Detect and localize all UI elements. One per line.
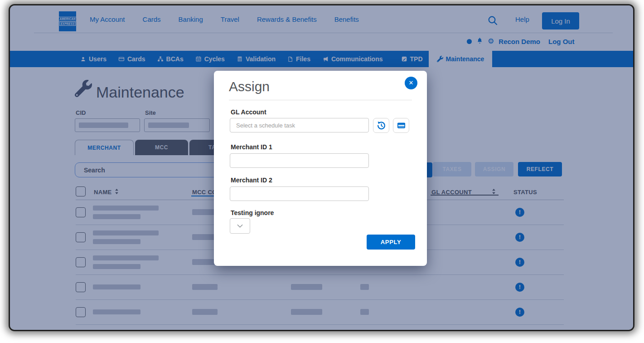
merchant-id-1-label: Merchant ID 1	[231, 143, 272, 151]
merchant-id-2-input[interactable]	[230, 186, 369, 201]
modal-divider	[229, 100, 412, 100]
chevron-down-icon	[237, 224, 243, 228]
assign-modal: Assign ✕ GL Account Merchant ID 1 Mercha…	[214, 71, 427, 266]
credit-card-icon	[397, 121, 406, 130]
gl-account-label: GL Account	[231, 108, 266, 116]
testing-ignore-select[interactable]	[230, 218, 250, 234]
app-window: AMERICAN EXPRESS My Account Cards Bankin…	[10, 5, 633, 330]
gl-account-input[interactable]	[230, 118, 369, 132]
testing-ignore-label: Testing ignore	[231, 209, 274, 216]
card-icon-button[interactable]	[393, 118, 409, 133]
history-icon	[377, 121, 386, 130]
merchant-id-2-label: Merchant ID 2	[231, 176, 272, 184]
apply-button[interactable]: APPLY	[367, 235, 415, 250]
modal-title: Assign	[229, 79, 270, 94]
merchant-id-1-input[interactable]	[230, 153, 369, 168]
close-icon[interactable]: ✕	[405, 77, 417, 89]
history-icon-button[interactable]	[373, 118, 389, 133]
